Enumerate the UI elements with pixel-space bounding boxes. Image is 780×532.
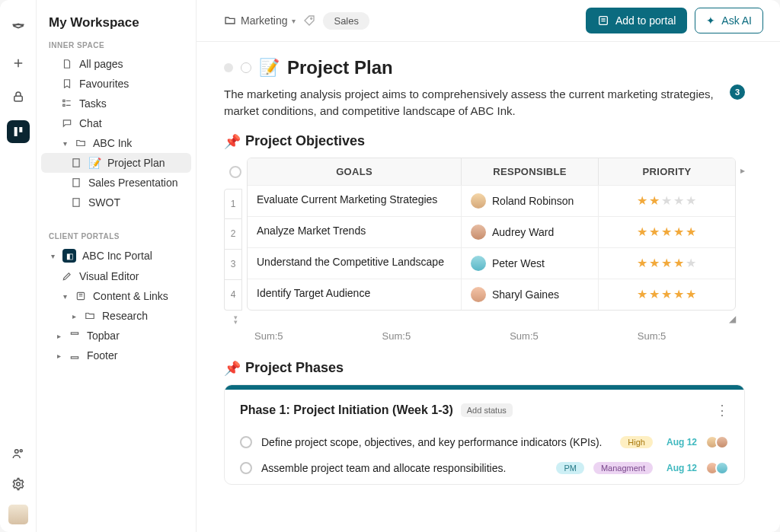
- more-icon[interactable]: ⋮: [715, 402, 729, 419]
- objectives-table: GOALS RESPONSIBLE PRIORITY Evaluate Curr…: [247, 158, 736, 311]
- status-dot-icon[interactable]: [224, 63, 233, 72]
- user-avatar-icon[interactable]: [8, 505, 28, 524]
- row-number[interactable]: 3: [224, 250, 242, 280]
- comment-count-badge[interactable]: 3: [730, 84, 745, 100]
- chip-high[interactable]: High: [620, 436, 653, 448]
- pin-icon: 📌: [224, 360, 241, 377]
- table-row[interactable]: Analyze Market Trends Audrey Ward ★★★★★: [248, 216, 735, 247]
- assignees[interactable]: [709, 461, 729, 475]
- workspace-icon[interactable]: [7, 120, 30, 143]
- nav-swot[interactable]: SWOT: [41, 193, 191, 212]
- folder-icon: [75, 138, 87, 148]
- layout-icon: [69, 330, 81, 341]
- svg-point-2: [20, 450, 22, 452]
- nav-abc-ink[interactable]: ▾ ABC Ink: [41, 133, 191, 153]
- tasks-icon: [61, 98, 73, 109]
- nav-label: SWOT: [88, 196, 120, 209]
- sum-cell: Sum:5: [510, 330, 539, 342]
- chevron-down-icon: ▾: [61, 139, 69, 148]
- breadcrumb[interactable]: Marketing ▾: [224, 14, 296, 27]
- row-number[interactable]: 1: [224, 189, 242, 219]
- svg-point-1: [14, 450, 18, 454]
- task-radio[interactable]: [240, 462, 252, 474]
- cell-goal: Identify Target Audience: [248, 279, 461, 310]
- row-number[interactable]: 2: [224, 219, 242, 250]
- cell-priority: ★★★★★: [598, 279, 735, 310]
- section-inner-space: INNER SPACE: [41, 35, 191, 54]
- cell-goal: Analyze Market Trends: [248, 217, 461, 247]
- chip-pm[interactable]: PM: [556, 462, 584, 474]
- task-radio[interactable]: [240, 436, 252, 448]
- chat-icon: [61, 118, 73, 129]
- phase-card: Phase 1: Project Initiation (Week 1-3) A…: [224, 384, 745, 485]
- objectives-table-wrap: 1 2 3 4 ▾▾ GOALS RESPONSIBLE PRIORITY Ev…: [224, 158, 745, 324]
- nav-sales-presentation[interactable]: Sales Presentation: [41, 173, 191, 193]
- add-to-portal-button[interactable]: Add to portal: [586, 8, 687, 33]
- table-header: GOALS RESPONSIBLE PRIORITY: [248, 158, 735, 185]
- people-icon[interactable]: [8, 444, 28, 464]
- portal-research[interactable]: ▸ Research: [41, 306, 191, 326]
- table-row[interactable]: Understand the Competitive Landscape Pet…: [248, 247, 735, 279]
- chip-management[interactable]: Managment: [593, 462, 653, 474]
- nav-chat[interactable]: Chat: [41, 113, 191, 133]
- task-date[interactable]: Aug 12: [667, 437, 697, 448]
- page-icon: [61, 59, 73, 69]
- workspace-title: My Workspace: [41, 14, 191, 35]
- task-row[interactable]: Assemble project team and allocate respo…: [240, 455, 729, 481]
- nav-favourites[interactable]: Favourites: [41, 74, 191, 94]
- tag-sales[interactable]: Sales: [323, 12, 369, 30]
- task-text: Define project scope, objectives, and ke…: [261, 436, 611, 448]
- assignees[interactable]: [709, 435, 729, 449]
- portal-abc[interactable]: ▾ ◧ ABC Inc Portal: [41, 245, 191, 266]
- svg-rect-7: [73, 179, 79, 187]
- sum-cell: Sum:5: [638, 330, 667, 342]
- ask-ai-button[interactable]: ✦ Ask AI: [695, 8, 763, 33]
- col-priority[interactable]: PRIORITY: [598, 158, 735, 185]
- logo-icon[interactable]: [8, 20, 28, 40]
- cell-goal: Understand the Competitive Landscape: [248, 248, 461, 279]
- next-col-icon[interactable]: ▸: [740, 165, 745, 176]
- portal-footer[interactable]: ▸ Footer: [41, 346, 191, 365]
- settings-icon[interactable]: [8, 474, 28, 494]
- col-responsible[interactable]: RESPONSIBLE: [461, 158, 598, 185]
- portal-content-links[interactable]: ▾ Content & Links: [41, 286, 191, 306]
- task-row[interactable]: Define project scope, objectives, and ke…: [240, 429, 729, 455]
- section-objectives: 📌 Project Objectives: [224, 133, 745, 150]
- nav-label: Footer: [87, 349, 117, 362]
- folder-icon: [84, 311, 96, 321]
- sidebar: My Workspace INNER SPACE All pages Favou…: [37, 0, 197, 532]
- topbar: Marketing ▾ Sales Add to portal ✦ Ask AI: [197, 0, 780, 42]
- nav-all-pages[interactable]: All pages: [41, 54, 191, 74]
- table-row[interactable]: Identify Target Audience Sharyl Gaines ★…: [248, 279, 735, 310]
- table-row[interactable]: Evaluate Current Marketing Strategies Ro…: [248, 185, 735, 216]
- nav-label: Topbar: [87, 330, 120, 342]
- nav-project-plan[interactable]: 📝 Project Plan: [41, 153, 191, 173]
- expand-icon[interactable]: ▾▾: [224, 315, 247, 324]
- reaction-icon[interactable]: [241, 62, 251, 73]
- doc-icon: [70, 158, 82, 168]
- sparkle-icon: ✦: [706, 14, 715, 27]
- portal-topbar[interactable]: ▸ Topbar: [41, 326, 191, 346]
- chevron-down-icon: ▾: [49, 252, 56, 260]
- app-root: My Workspace INNER SPACE All pages Favou…: [0, 0, 780, 532]
- nav-tasks[interactable]: Tasks: [41, 94, 191, 113]
- avatar-icon: [471, 256, 486, 271]
- avatar-icon: [715, 435, 729, 449]
- task-date[interactable]: Aug 12: [667, 463, 697, 473]
- content-icon: [75, 291, 87, 301]
- portal-icon: [597, 14, 609, 27]
- select-all-radio[interactable]: [229, 166, 241, 178]
- col-goals[interactable]: GOALS: [248, 158, 461, 185]
- svg-rect-5: [63, 104, 65, 106]
- cell-priority: ★★★★★: [598, 248, 735, 279]
- tag-icon: [303, 14, 315, 27]
- portal-visual-editor[interactable]: Visual Editor: [41, 266, 191, 286]
- add-icon[interactable]: [8, 53, 28, 73]
- avatar-icon: [715, 461, 729, 475]
- lock-icon[interactable]: [8, 87, 28, 107]
- resize-handle-icon[interactable]: ◢: [729, 314, 736, 324]
- row-number[interactable]: 4: [224, 280, 242, 311]
- cell-responsible: Roland Robinson: [461, 186, 598, 216]
- add-status-button[interactable]: Add status: [461, 403, 513, 417]
- pencil-icon: [61, 271, 73, 282]
